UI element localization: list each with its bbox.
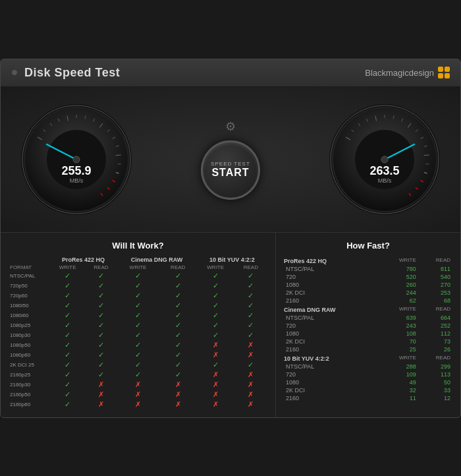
app-window: Disk Speed Test Blackmagicdesign xyxy=(0,59,461,418)
write-gauge-container: WRITE 255.9 MB/s xyxy=(20,104,132,216)
svg-line-17 xyxy=(118,164,121,164)
fast-table-row: NTSC/PAL 639 664 xyxy=(284,314,452,322)
brand-dot xyxy=(445,67,450,72)
will-it-work-panel: Will It Work? ProRes 422 HQ Cinema DNG R… xyxy=(1,233,276,417)
work-table: ProRes 422 HQ Cinema DNG RAW 10 Bit YUV … xyxy=(9,256,267,409)
brand-area: Blackmagicdesign xyxy=(365,67,450,78)
brand-dot xyxy=(438,73,443,78)
fast-table-row: 2160 25 26 xyxy=(284,345,452,353)
how-fast-title: How Fast? xyxy=(284,241,452,251)
svg-text:255.9: 255.9 xyxy=(61,164,91,177)
svg-point-55 xyxy=(381,156,388,163)
brand-dot xyxy=(438,67,443,72)
fast-table-row: 720 109 113 xyxy=(284,371,452,378)
work-table-row: NTSC/PAL ✓ ✓ ✓ ✓ ✓ ✓ xyxy=(9,271,267,281)
write-gauge: WRITE 255.9 MB/s xyxy=(20,104,132,216)
work-table-row: 720p60 ✓ ✓ ✓ ✓ ✓ ✓ xyxy=(9,291,267,301)
will-it-work-title: Will It Work? xyxy=(9,241,267,251)
fast-table-row: 1080 49 50 xyxy=(284,378,452,386)
svg-text:MB/s: MB/s xyxy=(70,177,84,184)
yuv-header: 10 Bit YUV 4:2:2 xyxy=(197,256,267,264)
work-table-row: 1080i60 ✓ ✓ ✓ ✓ ✓ ✓ xyxy=(9,311,267,320)
work-table-row: 1080p60 ✓ ✓ ✓ ✓ ✗ ✗ xyxy=(9,350,267,360)
svg-line-45 xyxy=(426,164,429,164)
close-button[interactable] xyxy=(11,69,18,76)
start-label-main: START xyxy=(211,167,249,179)
center-controls: ⚙ SPEED TEST START xyxy=(201,119,260,200)
fast-table-row: 2K DCI 244 253 xyxy=(284,289,452,297)
work-table-row: 2160p60 ✓ ✗ ✗ ✗ ✗ ✗ xyxy=(9,400,267,409)
how-fast-panel: How Fast? ProRes 422 HQ WRITE READ NTSC/… xyxy=(276,233,460,417)
fast-table-row: 2K DCI 70 73 xyxy=(284,338,452,345)
work-table-row: 1080p30 ✓ ✓ ✓ ✓ ✓ ✓ xyxy=(9,330,267,340)
fast-group-header: 10 Bit YUV 4:2:2 WRITE READ xyxy=(284,353,452,363)
svg-text:MB/s: MB/s xyxy=(378,177,392,184)
fast-table-row: 720 520 540 xyxy=(284,273,452,281)
fast-group-header: ProRes 422 HQ WRITE READ xyxy=(284,256,452,265)
window-title: Disk Speed Test xyxy=(24,66,120,80)
fast-group-header: Cinema DNG RAW WRITE READ xyxy=(284,305,452,314)
work-table-row: 2160p25 ✓ ✓ ✓ ✓ ✗ ✗ xyxy=(9,370,267,380)
read-gauge-container: READ 263.5 MB/s xyxy=(329,104,441,216)
brand-logo xyxy=(438,67,450,78)
fast-table-row: NTSC/PAL 288 299 xyxy=(284,363,452,371)
start-button[interactable]: SPEED TEST START xyxy=(201,140,260,200)
settings-icon[interactable]: ⚙ xyxy=(225,119,236,134)
work-table-row: 1080p25 ✓ ✓ ✓ ✓ ✓ ✓ xyxy=(9,320,267,330)
data-section: Will It Work? ProRes 422 HQ Cinema DNG R… xyxy=(1,232,460,417)
svg-text:263.5: 263.5 xyxy=(369,164,399,177)
start-label-top: SPEED TEST xyxy=(211,161,250,167)
fast-table-row: NTSC/PAL 780 811 xyxy=(284,265,452,273)
brand-name: Blackmagicdesign xyxy=(365,68,434,78)
work-table-row: 2K DCI 25 ✓ ✓ ✓ ✓ ✓ ✓ xyxy=(9,360,267,370)
format-col-header: FORMAT xyxy=(9,264,50,271)
work-table-row: 2160p50 ✓ ✗ ✗ ✗ ✗ ✗ xyxy=(9,390,267,400)
fast-table: ProRes 422 HQ WRITE READ NTSC/PAL 780 81… xyxy=(284,256,452,402)
title-bar: Disk Speed Test Blackmagicdesign xyxy=(1,59,460,87)
fast-table-row: 2160 11 12 xyxy=(284,394,452,402)
cinema-header: Cinema DNG RAW xyxy=(117,256,196,264)
prores-header: ProRes 422 HQ xyxy=(50,256,117,264)
work-table-row: 1080p50 ✓ ✓ ✓ ✓ ✗ ✗ xyxy=(9,340,267,350)
fast-table-row: 1080 108 112 xyxy=(284,330,452,338)
work-table-row: 720p50 ✓ ✓ ✓ ✓ ✓ ✓ xyxy=(9,281,267,291)
brand-dot xyxy=(445,73,450,78)
fast-table-row: 2160 62 68 xyxy=(284,297,452,305)
gauges-section: WRITE 255.9 MB/s ⚙ SPEED TEST START xyxy=(1,87,460,232)
svg-point-27 xyxy=(73,156,80,163)
read-gauge: READ 263.5 MB/s xyxy=(329,104,441,216)
fast-table-row: 1080 260 270 xyxy=(284,281,452,289)
work-table-row: 2160p30 ✓ ✗ ✗ ✗ ✗ ✗ xyxy=(9,380,267,390)
fast-table-row: 2K DCI 32 33 xyxy=(284,386,452,394)
fast-table-row: 720 243 252 xyxy=(284,322,452,330)
work-table-row: 1080i50 ✓ ✓ ✓ ✓ ✓ ✓ xyxy=(9,301,267,311)
